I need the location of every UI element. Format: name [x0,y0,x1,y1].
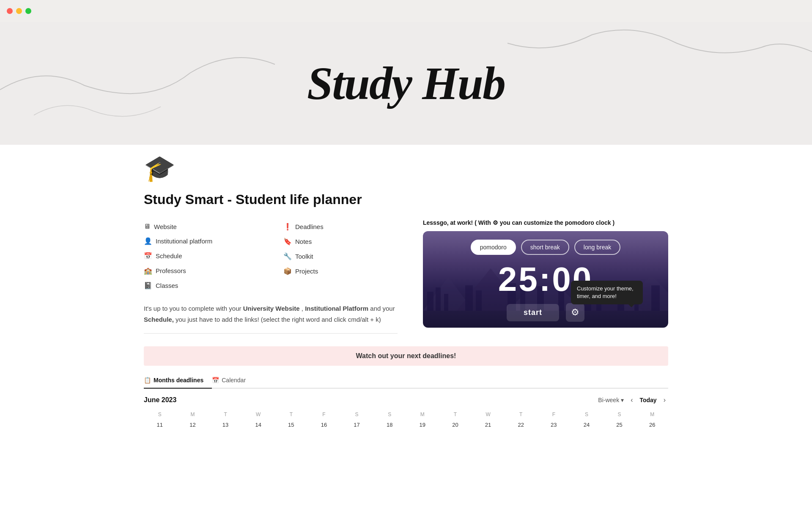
customize-tooltip: Customize your theme, timer, and more! [571,281,643,304]
link-schedule[interactable]: 📅 Schedule [144,248,258,263]
calendar-day-letter: S [604,410,636,419]
calendar-grid: SMTWTFSSMTWTFSSM111213141516171819202122… [144,410,668,430]
pomodoro-widget: pomodoro short break long break 25:00 st… [423,231,668,328]
institutional-icon: 👤 [144,237,152,245]
left-panel: 🖥 Website 👤 Institutional platform 📅 Sch… [144,219,398,334]
calendar-day-number[interactable]: 13 [209,420,241,430]
link-website-label: Website [154,223,177,230]
calendar-day-number[interactable]: 22 [505,420,537,430]
calendar-day-number[interactable]: 15 [275,420,307,430]
calendar-day-number[interactable]: 23 [538,420,570,430]
close-button[interactable] [7,8,13,14]
biweek-select[interactable]: Bi-week ▾ [598,397,624,403]
months-tab-label: Months deadlines [154,377,203,384]
calendar-day-number[interactable]: 26 [636,420,668,430]
main-content: 🎓 Study Smart - Student life planner 🖥 W… [110,145,702,430]
tab-calendar[interactable]: 📅 Calendar [212,373,254,389]
links-col2: ❗ Deadlines 🔖 Notes 🔧 Toolkit 📦 Projects [283,219,398,293]
calendar-tab-label: Calendar [222,377,246,384]
calendar-day-number[interactable]: 19 [406,420,439,430]
link-website[interactable]: 🖥 Website [144,219,258,234]
calendar-day-letter: F [308,410,340,419]
schedule-icon: 📅 [144,252,152,260]
calendar-day-letter: M [406,410,439,419]
calendar-day-number[interactable]: 20 [439,420,472,430]
link-deadlines-label: Deadlines [295,223,324,230]
deadlines-icon: ❗ [283,223,292,231]
professors-icon: 🏫 [144,267,152,275]
minimize-button[interactable] [16,8,22,14]
link-notes[interactable]: 🔖 Notes [283,234,398,249]
calendar-day-letter: M [636,410,668,419]
link-toolkit-label: Toolkit [295,253,313,260]
description-text: It's up to you to complete with your Uni… [144,303,398,334]
calendar-day-number[interactable]: 25 [604,420,636,430]
link-professors[interactable]: 🏫 Professors [144,263,258,278]
timer-buttons: pomodoro short break long break [423,231,668,259]
calendar-day-letter: T [209,410,241,419]
calendar-day-number[interactable]: 16 [308,420,340,430]
calendar-day-letter: S [341,410,373,419]
links-section: 🖥 Website 👤 Institutional platform 📅 Sch… [144,219,398,293]
calendar-day-number[interactable]: 11 [144,420,176,430]
link-schedule-label: Schedule [156,252,182,260]
calendar-tab-icon: 📅 [212,377,219,384]
long-break-button[interactable]: long break [574,240,620,255]
calendar-day-letter: T [439,410,472,419]
chevron-down-icon: ▾ [621,397,624,403]
titlebar [0,0,812,22]
calendar-prev-button[interactable]: ‹ [628,395,635,405]
calendar-next-button[interactable]: › [661,395,668,405]
classes-icon: 📓 [144,282,152,290]
today-button[interactable]: Today [639,397,656,403]
deadlines-section: Watch out your next deadlines! 📋 Months … [144,346,668,430]
link-projects[interactable]: 📦 Projects [283,264,398,279]
toolkit-icon: 🔧 [283,252,292,260]
maximize-button[interactable] [25,8,31,14]
link-notes-label: Notes [295,238,312,245]
months-tab-icon: 📋 [144,377,151,384]
tab-months-deadlines[interactable]: 📋 Months deadlines [144,373,212,389]
link-toolkit[interactable]: 🔧 Toolkit [283,249,398,264]
banner-title: Study Hub [307,57,505,110]
page-title: Study Smart - Student life planner [144,192,668,207]
calendar-day-number[interactable]: 21 [472,420,504,430]
website-icon: 🖥 [144,223,151,230]
tabs-row: 📋 Months deadlines 📅 Calendar [144,373,668,389]
calendar-day-number[interactable]: 14 [242,420,274,430]
pomodoro-hint: Lesssgo, at work! ( With ⚙ you can custo… [423,219,668,226]
calendar-day-letter: W [472,410,504,419]
calendar-header: June 2023 Bi-week ▾ ‹ Today › [144,395,668,405]
calendar-day-number[interactable]: 17 [341,420,373,430]
link-institutional[interactable]: 👤 Institutional platform [144,234,258,248]
links-col1: 🖥 Website 👤 Institutional platform 📅 Sch… [144,219,258,293]
gear-settings-button[interactable]: ⚙ [566,303,584,322]
calendar-day-number[interactable]: 24 [571,420,603,430]
calendar-day-letter: S [571,410,603,419]
calendar-day-letter: F [538,410,570,419]
content-grid: 🖥 Website 👤 Institutional platform 📅 Sch… [144,219,668,334]
banner: Study Hub [0,22,812,145]
pomodoro-button[interactable]: pomodoro [471,240,516,255]
calendar-day-letter: T [505,410,537,419]
pomodoro-section: Lesssgo, at work! ( With ⚙ you can custo… [423,219,668,328]
link-deadlines[interactable]: ❗ Deadlines [283,219,398,234]
deadlines-banner: Watch out your next deadlines! [144,346,668,366]
link-projects-label: Projects [295,268,318,275]
calendar-day-letter: S [144,410,176,419]
calendar-day-letter: S [373,410,406,419]
link-classes-label: Classes [156,282,178,289]
calendar-day-letter: M [177,410,209,419]
projects-icon: 📦 [283,267,292,275]
calendar-day-number[interactable]: 18 [373,420,406,430]
link-professors-label: Professors [156,267,186,274]
calendar-day-letter: T [275,410,307,419]
start-button[interactable]: start [507,304,559,321]
calendar-controls: Bi-week ▾ ‹ Today › [598,395,668,405]
calendar-day-number[interactable]: 12 [177,420,209,430]
biweek-label: Bi-week [598,397,619,403]
link-classes[interactable]: 📓 Classes [144,278,258,293]
short-break-button[interactable]: short break [521,240,569,255]
graduation-cap-emoji: 🎓 [144,145,668,188]
notes-icon: 🔖 [283,237,292,246]
